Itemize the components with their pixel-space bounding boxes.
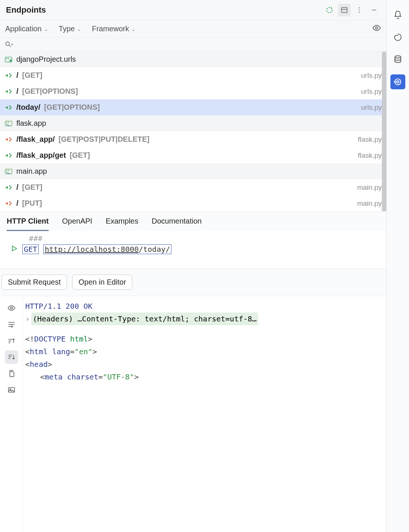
scrollbar-thumb[interactable]	[382, 51, 386, 211]
filter-framework[interactable]: Framework⌄	[92, 25, 136, 33]
svg-point-36	[397, 81, 399, 83]
svg-point-1	[331, 7, 332, 9]
request-method[interactable]: GET	[22, 244, 39, 254]
image-icon[interactable]	[5, 383, 18, 397]
svg-point-6	[359, 12, 360, 13]
request-separator: ###	[10, 234, 42, 243]
endpoint-group-header[interactable]: djdjangoProject.urls	[0, 51, 386, 67]
svg-point-4	[359, 7, 360, 9]
endpoint-row[interactable]: / [GET]urls.py	[0, 67, 386, 83]
chevron-down-icon: ⌄	[44, 26, 48, 32]
tab-openapi[interactable]: OpenAPI	[62, 217, 92, 231]
svg-rect-31	[10, 372, 14, 376]
svg-rect-2	[342, 7, 347, 12]
chevron-down-icon: ⌄	[131, 26, 136, 32]
search-bar[interactable]: ▾	[0, 38, 386, 51]
svg-rect-12	[6, 58, 7, 59]
filter-bar: Application⌄ Type⌄ Framework⌄	[0, 20, 386, 38]
copy-icon[interactable]	[5, 367, 18, 380]
response-body[interactable]: HTTP/1.1 200 OK›(Headers) …Content-Type:…	[23, 296, 386, 532]
search-icon[interactable]: ▾	[4, 41, 13, 48]
detail-tabs: HTTP ClientOpenAPIExamplesDocumentation	[0, 211, 386, 231]
titlebar: Endpoints	[0, 0, 386, 20]
endpoint-row[interactable]: / [GET|OPTIONS]urls.py	[0, 83, 386, 99]
svg-point-8	[376, 27, 378, 29]
layout-icon[interactable]	[338, 4, 351, 16]
endpoint-row[interactable]: /flask_app/ [GET|POST|PUT|DELETE]flask.p…	[0, 131, 386, 147]
wrap-icon[interactable]	[5, 318, 18, 331]
svg-rect-20	[8, 170, 9, 171]
chevron-down-icon: ⌄	[77, 26, 81, 32]
svg-rect-17	[8, 122, 9, 123]
database-icon[interactable]	[390, 52, 405, 67]
tab-http-client[interactable]: HTTP Client	[7, 217, 49, 231]
action-row: Submit Request Open in Editor	[0, 268, 386, 296]
tab-examples[interactable]: Examples	[106, 217, 138, 231]
notifications-icon[interactable]	[390, 7, 405, 22]
tab-documentation[interactable]: Documentation	[152, 217, 202, 231]
filter-application[interactable]: Application⌄	[5, 25, 48, 33]
svg-rect-13	[8, 58, 9, 59]
svg-rect-16	[6, 122, 7, 123]
eye-icon[interactable]	[372, 23, 381, 34]
endpoint-list: djdjangoProject.urls/ [GET]urls.py/ [GET…	[0, 51, 386, 211]
endpoints-icon[interactable]	[390, 74, 405, 89]
endpoint-row[interactable]: / [GET]main.py	[0, 179, 386, 195]
response-gutter	[0, 296, 23, 532]
refresh-icon[interactable]	[323, 4, 336, 16]
fold-icon[interactable]: ›	[25, 313, 30, 325]
svg-point-5	[359, 10, 360, 11]
endpoint-row[interactable]: / [PUT]main.py	[0, 195, 386, 211]
svg-point-22	[10, 307, 13, 309]
endpoint-row[interactable]: /flask_app/get [GET]flask.py	[0, 147, 386, 163]
sort-down-icon[interactable]	[5, 350, 18, 364]
more-icon[interactable]	[353, 4, 365, 16]
filter-type[interactable]: Type⌄	[59, 25, 81, 33]
endpoint-group-header[interactable]: main.app	[0, 163, 386, 179]
panel-title: Endpoints	[6, 5, 46, 15]
sort-up-icon[interactable]	[5, 334, 18, 347]
swirl-icon[interactable]	[390, 30, 405, 45]
preview-icon[interactable]	[5, 301, 18, 315]
run-icon[interactable]	[10, 245, 18, 254]
right-rail	[387, 0, 409, 532]
svg-point-34	[395, 56, 401, 58]
request-url[interactable]: http://localhost:8000/today/	[43, 244, 171, 254]
endpoint-row[interactable]: /today/ [GET|OPTIONS]urls.py	[0, 99, 386, 115]
svg-marker-21	[12, 246, 17, 251]
http-editor[interactable]: ### GET http://localhost:8000/today/	[0, 231, 386, 268]
svg-point-9	[6, 42, 9, 45]
submit-request-button[interactable]: Submit Request	[1, 275, 67, 290]
svg-line-10	[9, 45, 11, 47]
endpoint-group-header[interactable]: flask.app	[0, 115, 386, 131]
minimize-icon[interactable]	[368, 4, 380, 16]
open-in-editor-button[interactable]: Open in Editor	[72, 275, 132, 290]
response-area: HTTP/1.1 200 OK›(Headers) …Content-Type:…	[0, 296, 386, 532]
svg-text:dj: dj	[10, 59, 12, 62]
svg-rect-19	[6, 170, 7, 171]
